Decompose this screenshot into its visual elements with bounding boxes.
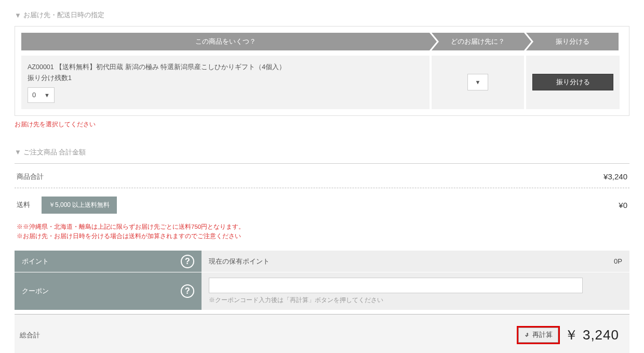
delivery-section-heading: ▼ お届け先・配送日時の指定: [15, 10, 629, 20]
distribute-button[interactable]: 振り分ける: [532, 74, 613, 90]
points-label: ポイント: [22, 257, 49, 266]
remaining-label: 振り分け残数1: [28, 73, 423, 84]
chevron-down-icon: ▼: [44, 92, 50, 98]
shipping-value: ¥0: [619, 201, 627, 210]
total-row: 総合計 再計算 ￥ 3,240: [15, 314, 629, 353]
delivery-heading-text: お届け先・配送日時の指定: [23, 10, 104, 20]
col-header-distribute: 振り分ける: [526, 33, 619, 50]
shipping-row: 送料 ￥5,000 以上送料無料 ¥0: [15, 188, 629, 220]
triangle-icon: ▼: [15, 148, 21, 156]
shipping-label: 送料: [17, 200, 30, 210]
total-value: ￥ 3,240: [565, 326, 619, 344]
free-shipping-badge: ￥5,000 以上送料無料: [42, 197, 117, 214]
product-cell: AZ00001 【送料無料】初代田蔵 新潟の極み 特選新潟県産こしひかりギフト（…: [21, 56, 430, 109]
recalculate-button[interactable]: 再計算: [518, 328, 558, 343]
chevron-down-icon: ▼: [475, 79, 481, 85]
coupon-row: クーポン ? ※クーポンコード入力後は「再計算」ボタンを押してください: [15, 272, 629, 310]
points-value: 0P: [614, 257, 622, 265]
points-row: ポイント ? 現在の保有ポイント 0P: [15, 250, 629, 272]
shipping-notes: ※※沖縄県・北海道・離島は上記に限らずお届け先ごとに送料750円となります。 ※…: [15, 220, 629, 251]
shipping-note-1: ※※沖縄県・北海道・離島は上記に限らずお届け先ごとに送料750円となります。: [17, 222, 627, 231]
refresh-icon: [524, 332, 530, 338]
product-row: AZ00001 【送料無料】初代田蔵 新潟の極み 特選新潟県産こしひかりギフト（…: [21, 56, 623, 109]
delivery-error: お届け先を選択してください: [15, 120, 629, 129]
subtotal-value: ¥3,240: [603, 172, 627, 181]
delivery-box: この商品をいくつ？ どのお届け先に？ 振り分ける AZ00001 【送料無料】初…: [15, 26, 629, 116]
product-name: AZ00001 【送料無料】初代田蔵 新潟の極み 特選新潟県産こしひかりギフト（…: [28, 62, 423, 73]
destination-select[interactable]: ▼: [467, 74, 488, 90]
quantity-value: 0: [32, 91, 36, 99]
order-section-heading: ▼ ご注文商品 合計金額: [15, 148, 629, 157]
total-label: 総合計: [20, 331, 40, 340]
subtotal-label: 商品合計: [17, 172, 44, 181]
col-header-quantity: この商品をいくつ？: [21, 33, 430, 50]
column-header-row: この商品をいくつ？ どのお届け先に？ 振り分ける: [21, 33, 623, 50]
coupon-label: クーポン: [22, 286, 49, 296]
coupon-input[interactable]: [209, 278, 583, 293]
quantity-select[interactable]: 0 ▼: [28, 87, 55, 103]
distribute-cell: 振り分ける: [526, 56, 620, 109]
recalc-label: 再計算: [532, 331, 553, 339]
destination-cell: ▼: [432, 56, 524, 109]
points-text: 現在の保有ポイント: [209, 257, 270, 266]
col-header-destination: どのお届け先に？: [432, 33, 524, 50]
coupon-note: ※クーポンコード入力後は「再計算」ボタンを押してください: [209, 296, 622, 305]
subtotal-row: 商品合計 ¥3,240: [15, 163, 629, 188]
shipping-note-2: ※お届け先・お届け日時を分ける場合は送料が加算されますのでご注意ください: [17, 231, 627, 241]
triangle-icon: ▼: [15, 11, 21, 19]
order-heading-text: ご注文商品 合計金額: [23, 148, 86, 157]
help-icon[interactable]: ?: [181, 284, 194, 298]
help-icon[interactable]: ?: [181, 255, 194, 268]
